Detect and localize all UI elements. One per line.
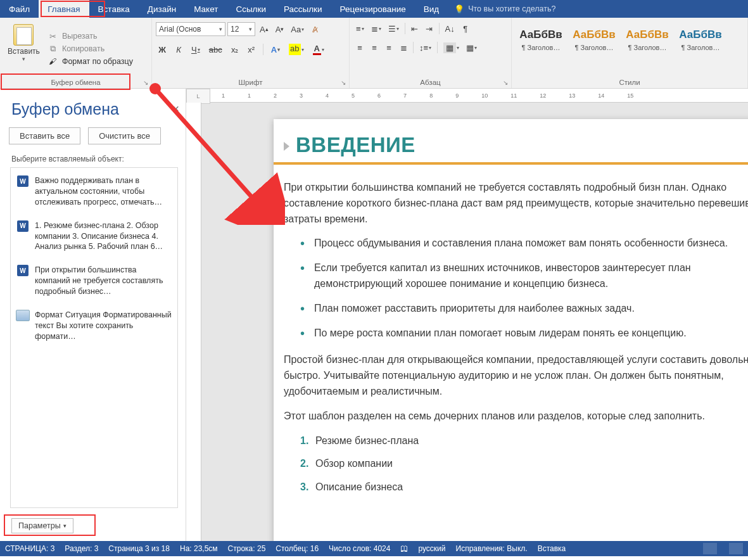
vertical-ruler[interactable] <box>186 103 201 541</box>
pane-close-button[interactable]: × <box>172 103 179 116</box>
clip-item-0[interactable]: W Важно поддерживать план в актуальном с… <box>13 172 175 212</box>
format-painter-button[interactable]: 🖌 Формат по образцу <box>46 56 135 67</box>
font-name-value: Arial (Основ <box>159 25 201 34</box>
status-line[interactable]: Строка: 25 <box>228 544 266 553</box>
underline-button[interactable]: Ч▾ <box>189 42 203 56</box>
status-page[interactable]: СТРАНИЦА: 3 <box>5 544 54 553</box>
tab-view[interactable]: Вид <box>415 0 448 18</box>
change-case-button[interactable]: Aa▾ <box>288 22 307 36</box>
text-effects-button[interactable]: A▾ <box>269 42 282 56</box>
show-marks-button[interactable]: ¶ <box>459 22 472 35</box>
view-print-button[interactable] <box>729 543 743 554</box>
status-words[interactable]: Число слов: 4024 <box>329 544 390 553</box>
params-button[interactable]: Параметры▾ <box>11 518 73 533</box>
font-color-button[interactable]: A▾ <box>310 42 327 56</box>
superscript-button[interactable]: x² <box>245 42 258 56</box>
doc-bullet-3: По мере роста компании план помогает нов… <box>300 326 748 341</box>
doc-bullet-1: Если требуется капитал из внешних источн… <box>300 260 748 292</box>
font-size-combo[interactable]: 12▾ <box>227 22 255 36</box>
tab-review[interactable]: Рецензирование <box>331 0 415 18</box>
status-lang[interactable]: русский <box>418 544 445 553</box>
style-card-1[interactable]: АаБбВв ¶ Заголов… <box>569 20 619 60</box>
subscript-button[interactable]: x₂ <box>229 42 241 56</box>
status-section[interactable]: Раздел: 3 <box>65 544 98 553</box>
doc-ol-1: Обзор компании <box>300 456 748 472</box>
ruler-corner[interactable]: L <box>186 89 210 104</box>
clear-format-button[interactable]: A̷ <box>308 22 321 36</box>
word-icon: W <box>16 220 30 234</box>
tab-mailings[interactable]: Рассылки <box>275 0 331 18</box>
paste-all-button[interactable]: Вставить все <box>9 127 80 144</box>
shrink-font-button[interactable]: A▾ <box>273 22 287 36</box>
tab-references[interactable]: Ссылки <box>227 0 275 18</box>
format-painter-label: Формат по образцу <box>62 57 133 66</box>
clipboard-group-label: Буфер обмена <box>0 77 151 88</box>
document-page[interactable]: ВВЕДЕНИЕ При открытии большинства компан… <box>274 119 748 541</box>
multilevel-list-button[interactable]: ☰▾ <box>386 22 402 35</box>
style-card-0[interactable]: АаБбВв ¶ Заголов… <box>516 20 566 60</box>
view-read-button[interactable] <box>703 543 717 554</box>
doc-bullet-0: Процесс обдумывания и составления плана … <box>300 236 748 251</box>
status-column[interactable]: Столбец: 16 <box>276 544 319 553</box>
status-proofing-icon[interactable]: 🕮 <box>400 544 408 553</box>
shading-button[interactable]: ▦▾ <box>441 41 462 54</box>
paste-button[interactable]: Вставить ▾ <box>4 20 44 77</box>
highlight-button[interactable]: ab▾ <box>286 42 306 56</box>
align-left-button[interactable]: ≡ <box>353 41 366 54</box>
styles-gallery[interactable]: АаБбВв ¶ Заголов… АаБбВв ¶ Заголов… АаБб… <box>516 20 726 77</box>
style-card-2[interactable]: АаБбВв ¶ Заголов… <box>622 20 673 60</box>
tell-me-box[interactable]: 💡 Что вы хотите сделать? <box>448 0 562 18</box>
align-right-button[interactable]: ≡ <box>383 41 395 54</box>
pane-title: Буфер обмена <box>11 100 119 118</box>
status-at[interactable]: На: 23,5см <box>180 544 218 553</box>
group-font: Arial (Основ▾ 12▾ A▴ A▾ Aa▾ A̷ Ж К Ч▾ ab… <box>152 18 350 88</box>
italic-button[interactable]: К <box>172 42 185 56</box>
paste-label: Вставить <box>8 47 40 56</box>
grow-font-button[interactable]: A▴ <box>257 22 271 36</box>
word-icon: W <box>16 265 30 279</box>
status-insert[interactable]: Вставка <box>538 544 566 553</box>
clip-item-2[interactable]: W При открытии большинства компаний не т… <box>13 261 175 301</box>
tab-file[interactable]: Файл <box>0 0 39 18</box>
doc-bullet-2: План поможет расставить приоритеты для н… <box>300 301 748 317</box>
bold-button[interactable]: Ж <box>156 42 168 56</box>
clipboard-list: W Важно поддерживать план в актуальном с… <box>10 167 178 508</box>
number-list-button[interactable]: ≣▾ <box>369 22 384 35</box>
tab-home[interactable]: Главная <box>39 0 89 18</box>
paragraph-dialog-launcher[interactable]: ↘ <box>502 79 509 86</box>
doc-ol-2: Описание бизнеса <box>300 480 748 495</box>
indent-decrease-button[interactable]: ⇤ <box>409 22 421 35</box>
clipboard-dialog-launcher[interactable]: ↘ <box>142 79 149 86</box>
tab-strip: Файл Главная Вставка Дизайн Макет Ссылки… <box>0 0 748 18</box>
borders-button[interactable]: ▦▾ <box>464 41 479 54</box>
cut-button[interactable]: ✂ Вырезать <box>46 30 135 42</box>
tab-insert[interactable]: Вставка <box>89 0 139 18</box>
align-center-button[interactable]: ≡ <box>368 41 381 54</box>
styles-group-label: Стили <box>512 77 747 88</box>
indent-increase-button[interactable]: ⇥ <box>423 22 436 35</box>
style-card-3[interactable]: АаБбВв ¶ Заголов… <box>675 20 726 60</box>
font-name-combo[interactable]: Arial (Основ▾ <box>156 22 225 36</box>
clip-item-3[interactable]: Формат Ситуация Форматированный текст Вы… <box>13 306 175 346</box>
font-dialog-launcher[interactable]: ↘ <box>339 79 347 86</box>
accent-rule <box>274 162 748 165</box>
tab-design[interactable]: Дизайн <box>139 0 185 18</box>
doc-paragraph-3: Этот шаблон разделен на семь дочерних пл… <box>284 409 748 424</box>
pane-hint: Выберите вставляемый объект: <box>0 148 186 167</box>
copy-icon: ⧉ <box>48 44 58 54</box>
bulb-icon: 💡 <box>454 4 464 14</box>
tab-layout[interactable]: Макет <box>185 0 227 18</box>
status-page-of[interactable]: Страница 3 из 18 <box>108 544 170 553</box>
clear-all-button[interactable]: Очистить все <box>88 127 161 144</box>
justify-button[interactable]: ≣ <box>397 41 410 54</box>
line-spacing-button[interactable]: ↕≡▾ <box>417 41 434 54</box>
bullet-list-button[interactable]: ≡▾ <box>353 22 367 35</box>
copy-button[interactable]: ⧉ Копировать <box>46 43 135 54</box>
font-size-value: 12 <box>231 25 239 34</box>
sort-button[interactable]: A↓ <box>443 22 457 35</box>
collapse-heading-icon[interactable] <box>284 142 289 151</box>
status-track[interactable]: Исправления: Выкл. <box>456 544 528 553</box>
clip-item-1[interactable]: W 1. Резюме бизнес-плана 2. Обзор компан… <box>13 217 175 257</box>
horizontal-ruler[interactable]: 1123456789101112131415 <box>210 89 748 103</box>
strike-button[interactable]: abc <box>206 42 225 56</box>
